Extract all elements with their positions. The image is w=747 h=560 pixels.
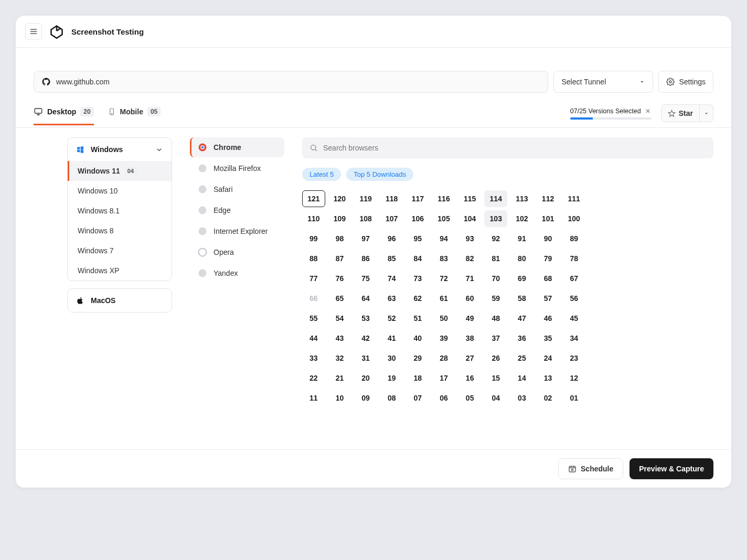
os-item-windows-8[interactable]: Windows 8 — [68, 221, 172, 241]
version-36[interactable]: 36 — [510, 330, 533, 347]
version-53[interactable]: 53 — [354, 310, 377, 327]
version-104[interactable]: 104 — [458, 210, 482, 227]
version-103[interactable]: 103 — [484, 210, 507, 227]
version-64[interactable]: 64 — [354, 290, 377, 307]
version-113[interactable]: 113 — [510, 190, 533, 207]
version-48[interactable]: 48 — [484, 310, 507, 327]
version-91[interactable]: 91 — [510, 230, 533, 247]
version-33[interactable]: 33 — [302, 350, 325, 367]
version-11[interactable]: 11 — [302, 390, 325, 406]
version-43[interactable]: 43 — [328, 330, 351, 347]
version-44[interactable]: 44 — [302, 330, 325, 347]
version-15[interactable]: 15 — [484, 370, 507, 386]
version-83[interactable]: 83 — [432, 250, 455, 267]
version-118[interactable]: 118 — [380, 190, 403, 207]
version-50[interactable]: 50 — [432, 310, 455, 327]
tab-mobile[interactable]: Mobile 05 — [108, 107, 161, 125]
version-58[interactable]: 58 — [510, 290, 533, 307]
version-93[interactable]: 93 — [458, 230, 482, 247]
version-12[interactable]: 12 — [562, 370, 585, 386]
version-105[interactable]: 105 — [432, 210, 455, 227]
star-dropdown[interactable] — [700, 104, 713, 122]
version-20[interactable]: 20 — [354, 370, 377, 386]
version-109[interactable]: 109 — [328, 210, 351, 227]
version-46[interactable]: 46 — [537, 310, 560, 327]
settings-button[interactable]: Settings — [658, 71, 713, 93]
version-23[interactable]: 23 — [562, 350, 585, 367]
version-112[interactable]: 112 — [537, 190, 560, 207]
version-98[interactable]: 98 — [328, 230, 351, 247]
hamburger-button[interactable] — [25, 23, 42, 40]
version-117[interactable]: 117 — [407, 190, 430, 207]
os-item-windows-11[interactable]: Windows 1104 — [68, 161, 172, 181]
version-29[interactable]: 29 — [407, 350, 430, 367]
browser-item-safari[interactable]: Safari — [190, 179, 284, 199]
version-111[interactable]: 111 — [562, 190, 585, 207]
version-51[interactable]: 51 — [407, 310, 430, 327]
version-60[interactable]: 60 — [458, 290, 482, 307]
version-75[interactable]: 75 — [354, 270, 377, 287]
version-54[interactable]: 54 — [328, 310, 351, 327]
version-90[interactable]: 90 — [537, 230, 560, 247]
browser-item-edge[interactable]: Edge — [190, 200, 284, 220]
version-35[interactable]: 35 — [537, 330, 560, 347]
search-input[interactable] — [323, 144, 706, 152]
version-74[interactable]: 74 — [380, 270, 403, 287]
clear-versions-button[interactable]: ✕ — [645, 107, 650, 115]
version-37[interactable]: 37 — [484, 330, 507, 347]
version-28[interactable]: 28 — [432, 350, 455, 367]
schedule-button[interactable]: Schedule — [558, 458, 623, 479]
version-18[interactable]: 18 — [407, 370, 430, 386]
url-box[interactable] — [34, 71, 548, 93]
os-macos-header[interactable]: MacOS — [68, 289, 172, 312]
version-06[interactable]: 06 — [432, 390, 455, 406]
version-77[interactable]: 77 — [302, 270, 325, 287]
version-38[interactable]: 38 — [458, 330, 482, 347]
version-69[interactable]: 69 — [510, 270, 533, 287]
version-27[interactable]: 27 — [458, 350, 482, 367]
version-115[interactable]: 115 — [458, 190, 482, 207]
version-95[interactable]: 95 — [407, 230, 430, 247]
version-14[interactable]: 14 — [510, 370, 533, 386]
version-65[interactable]: 65 — [328, 290, 351, 307]
version-63[interactable]: 63 — [380, 290, 403, 307]
version-86[interactable]: 86 — [354, 250, 377, 267]
version-49[interactable]: 49 — [458, 310, 482, 327]
version-119[interactable]: 119 — [354, 190, 377, 207]
version-10[interactable]: 10 — [328, 390, 351, 406]
version-76[interactable]: 76 — [328, 270, 351, 287]
version-71[interactable]: 71 — [458, 270, 482, 287]
version-02[interactable]: 02 — [537, 390, 560, 406]
version-05[interactable]: 05 — [458, 390, 482, 406]
browser-item-ie[interactable]: Internet Explorer — [190, 221, 284, 241]
os-item-windows-10[interactable]: Windows 10 — [68, 181, 172, 201]
version-52[interactable]: 52 — [380, 310, 403, 327]
version-57[interactable]: 57 — [537, 290, 560, 307]
version-87[interactable]: 87 — [328, 250, 351, 267]
os-item-windows-7[interactable]: Windows 7 — [68, 241, 172, 261]
version-41[interactable]: 41 — [380, 330, 403, 347]
version-34[interactable]: 34 — [562, 330, 585, 347]
version-89[interactable]: 89 — [562, 230, 585, 247]
version-73[interactable]: 73 — [407, 270, 430, 287]
tab-desktop[interactable]: Desktop 20 — [34, 107, 94, 125]
version-72[interactable]: 72 — [432, 270, 455, 287]
tunnel-select[interactable]: Select Tunnel — [553, 71, 653, 93]
version-47[interactable]: 47 — [510, 310, 533, 327]
version-88[interactable]: 88 — [302, 250, 325, 267]
version-106[interactable]: 106 — [407, 210, 430, 227]
browser-item-firefox[interactable]: Mozilla Firefox — [190, 158, 284, 178]
version-116[interactable]: 116 — [432, 190, 455, 207]
browser-item-chrome[interactable]: Chrome — [190, 137, 284, 157]
preview-capture-button[interactable]: Preview & Capture — [629, 458, 713, 479]
version-55[interactable]: 55 — [302, 310, 325, 327]
version-80[interactable]: 80 — [510, 250, 533, 267]
version-94[interactable]: 94 — [432, 230, 455, 247]
os-item-windows-xp[interactable]: Windows XP — [68, 261, 172, 281]
version-92[interactable]: 92 — [484, 230, 507, 247]
version-97[interactable]: 97 — [354, 230, 377, 247]
version-30[interactable]: 30 — [380, 350, 403, 367]
version-84[interactable]: 84 — [407, 250, 430, 267]
version-22[interactable]: 22 — [302, 370, 325, 386]
version-07[interactable]: 07 — [407, 390, 430, 406]
